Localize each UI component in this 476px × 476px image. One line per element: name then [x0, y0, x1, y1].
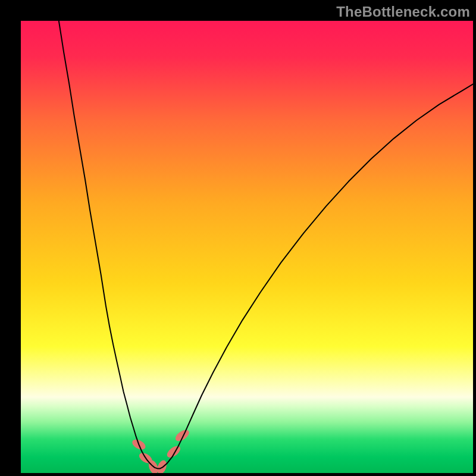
watermark-text: TheBottleneck.com: [336, 4, 470, 20]
chart-frame: TheBottleneck.com: [0, 0, 476, 476]
plot-area: [21, 21, 473, 473]
chart-canvas: [21, 21, 473, 473]
gradient-background: [21, 21, 473, 473]
